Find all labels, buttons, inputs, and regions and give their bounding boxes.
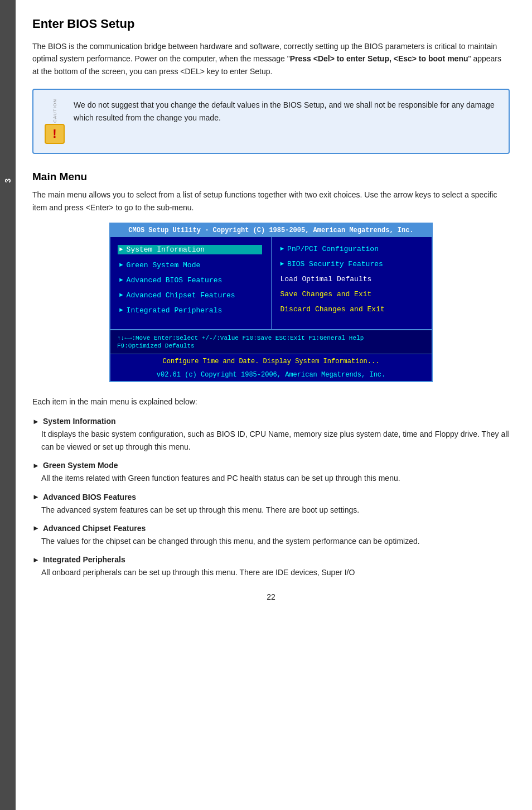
bios-item-label: Advanced Chipset Features	[127, 291, 235, 300]
item-name: Green System Mode	[43, 461, 118, 470]
caution-exclamation-icon: !	[45, 124, 65, 144]
list-item: ► Green System Mode All the items relate…	[32, 461, 510, 484]
item-advanced-chipset-desc: The values for the chipset can be change…	[32, 535, 510, 547]
item-integrated-peripherals-desc: All onboard peripherals can be set up th…	[32, 566, 510, 578]
caution-icon-wrapper: CAUTION !	[45, 99, 65, 144]
arrow-icon: ►	[119, 307, 123, 314]
bios-item-green-system-mode[interactable]: ► Green System Mode	[119, 261, 262, 269]
arrow-icon: ►	[119, 246, 123, 253]
caution-text: We do not suggest that you change the de…	[74, 99, 497, 124]
bios-item-discard-changes[interactable]: Discard Changes and Exit	[280, 305, 423, 314]
bios-item-system-information[interactable]: ► System Information	[118, 245, 262, 254]
bios-footer: ↑↓←→:Move Enter:Select +/-/:Value F10:Sa…	[110, 330, 432, 354]
item-name: Advanced BIOS Features	[43, 493, 136, 502]
bios-item-label: Save Changes and Exit	[280, 290, 372, 298]
bios-item-advanced-bios-features[interactable]: ► Advanced BIOS Features	[119, 276, 262, 285]
item-name: Advanced Chipset Features	[43, 524, 146, 533]
items-intro: Each item in the main menu is explained …	[32, 396, 510, 408]
item-name: Integrated Peripherals	[43, 555, 125, 564]
caution-label: CAUTION	[52, 99, 57, 123]
chapter-number: 3	[3, 179, 12, 183]
caution-box: CAUTION ! We do not suggest that you cha…	[32, 89, 510, 154]
bios-item-label: Load Optimal Defaults	[280, 275, 372, 283]
arrow-icon: ►	[280, 261, 284, 267]
item-name: System Information	[43, 417, 116, 426]
bios-item-integrated-peripherals[interactable]: ► Integrated Peripherals	[119, 306, 262, 315]
arrow-icon: ►	[32, 417, 40, 426]
list-item: ► Advanced Chipset Features The values f…	[32, 524, 510, 547]
bios-item-label: BIOS Security Features	[287, 260, 383, 268]
item-green-system-mode-desc: All the items related with Green functio…	[32, 472, 510, 484]
intro-bold: Press <Del> to enter Setup, <Esc> to boo…	[290, 54, 468, 63]
menu-items-list: ► System Information It displays the bas…	[32, 417, 510, 578]
arrow-icon: ►	[280, 245, 284, 252]
bios-version-bar: v02.61 (c) Copyright 1985-2006, American…	[110, 369, 432, 381]
bios-left-column: ► System Information ► Green System Mode…	[110, 237, 272, 329]
bios-item-label: Green System Mode	[127, 261, 201, 269]
bios-item-label: Integrated Peripherals	[127, 306, 223, 315]
bios-item-advanced-chipset-features[interactable]: ► Advanced Chipset Features	[119, 291, 262, 300]
bios-menu-area: ► System Information ► Green System Mode…	[110, 237, 432, 330]
bios-item-pnp-pci[interactable]: ► PnP/PCI Configuration	[280, 245, 423, 253]
bios-screenshot: CMOS Setup Utility - Copyright (C) 1985-…	[109, 223, 433, 382]
item-advanced-bios-header: ► Advanced BIOS Features	[32, 493, 510, 502]
bios-footer-row: ↑↓←→:Move Enter:Select +/-/:Value F10:Sa…	[117, 335, 425, 341]
bios-item-load-optimal[interactable]: Load Optimal Defaults	[280, 275, 423, 283]
main-content: Enter BIOS Setup The BIOS is the communi…	[16, 0, 532, 810]
arrow-icon: ►	[32, 524, 40, 532]
bios-item-label: Advanced BIOS Features	[127, 276, 223, 285]
item-integrated-peripherals-header: ► Integrated Peripherals	[32, 555, 510, 564]
bios-right-column: ► PnP/PCI Configuration ► BIOS Security …	[272, 237, 432, 329]
bios-item-label: Discard Changes and Exit	[280, 305, 385, 314]
page-title: Enter BIOS Setup	[32, 17, 510, 31]
arrow-icon: ►	[32, 493, 40, 501]
item-green-system-mode-header: ► Green System Mode	[32, 461, 510, 470]
page-number: 22	[32, 592, 510, 601]
intro-paragraph: The BIOS is the communication bridge bet…	[32, 40, 510, 78]
arrow-icon: ►	[32, 461, 40, 470]
bios-keys-line2: F9:Optimized Defaults	[117, 343, 425, 349]
arrow-icon: ►	[119, 262, 123, 268]
arrow-icon: ►	[119, 292, 123, 298]
bios-status-bar: Configure Time and Date. Display System …	[110, 354, 432, 369]
bios-item-save-changes[interactable]: Save Changes and Exit	[280, 290, 423, 298]
item-system-information-desc: It displays the basic system configurati…	[32, 428, 510, 453]
main-menu-desc: The main menu allows you to select from …	[32, 189, 510, 214]
bios-item-label: System Information	[127, 245, 205, 254]
list-item: ► System Information It displays the bas…	[32, 417, 510, 453]
list-item: ► Integrated Peripherals All onboard per…	[32, 555, 510, 578]
bios-item-bios-security[interactable]: ► BIOS Security Features	[280, 260, 423, 268]
chapter-tab: 3	[0, 0, 16, 810]
arrow-icon: ►	[32, 556, 40, 564]
bios-item-label: PnP/PCI Configuration	[287, 245, 379, 253]
item-advanced-bios-desc: The advanced system features can be set …	[32, 504, 510, 516]
bios-title-bar: CMOS Setup Utility - Copyright (C) 1985-…	[110, 224, 432, 237]
arrow-icon: ►	[119, 277, 123, 283]
item-advanced-chipset-header: ► Advanced Chipset Features	[32, 524, 510, 533]
item-system-information-header: ► System Information	[32, 417, 510, 426]
list-item: ► Advanced BIOS Features The advanced sy…	[32, 493, 510, 516]
bios-keys-line1: ↑↓←→:Move Enter:Select +/-/:Value F10:Sa…	[117, 335, 364, 341]
main-menu-title: Main Menu	[32, 171, 510, 183]
